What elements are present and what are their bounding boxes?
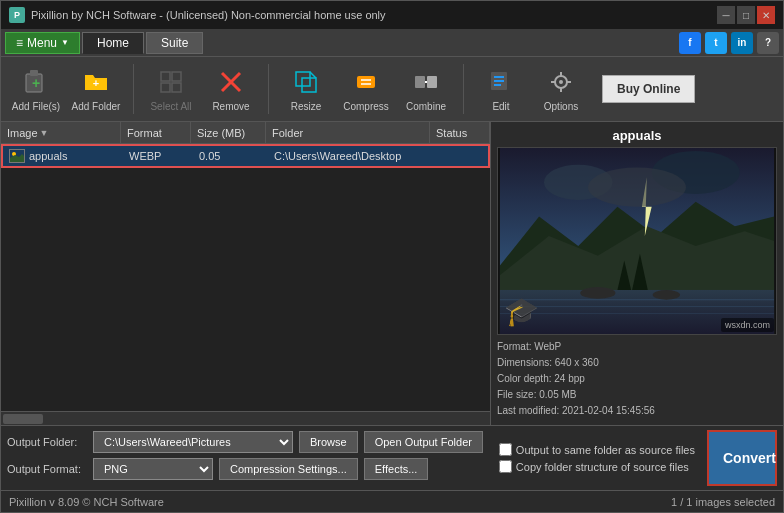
maximize-button[interactable]: □: [737, 6, 755, 24]
titlebar-left: P Pixillion by NCH Software - (Unlicense…: [9, 7, 386, 23]
titlebar: P Pixillion by NCH Software - (Unlicense…: [1, 1, 783, 29]
tab-suite[interactable]: Suite: [146, 32, 203, 54]
watermark: wsxdn.com: [721, 318, 774, 332]
file-cell-size: 0.05: [193, 148, 268, 164]
titlebar-controls: ─ □ ✕: [717, 6, 775, 24]
status-bar: Pixillion v 8.09 © NCH Software 1 / 1 im…: [1, 490, 783, 512]
output-format-select[interactable]: PNG: [93, 458, 213, 480]
facebook-btn[interactable]: f: [679, 32, 701, 54]
app-icon: P: [9, 7, 25, 23]
combine-button[interactable]: Combine: [397, 61, 455, 117]
compress-icon: [350, 66, 382, 98]
svg-rect-6: [161, 83, 170, 92]
output-folder-row: Output Folder: C:\Users\Wareed\Pictures …: [7, 431, 487, 453]
svg-rect-17: [427, 76, 437, 88]
svg-rect-10: [296, 72, 310, 86]
file-cell-status: [428, 154, 488, 158]
edit-button[interactable]: Edit: [472, 61, 530, 117]
svg-text:+: +: [32, 75, 40, 91]
file-cell-format: WEBP: [123, 148, 193, 164]
copy-structure-checkbox[interactable]: [499, 460, 512, 473]
remove-button[interactable]: Remove: [202, 61, 260, 117]
svg-rect-20: [494, 76, 504, 78]
preview-metadata: Format: WebP Dimensions: 640 x 360 Color…: [497, 339, 777, 419]
output-folder-label: Output Folder:: [7, 436, 87, 448]
add-folder-icon: +: [80, 66, 112, 98]
edit-icon: [485, 66, 517, 98]
version-text: Pixillion v 8.09 © NCH Software: [9, 496, 164, 508]
remove-icon: [215, 66, 247, 98]
svg-rect-11: [302, 78, 316, 92]
bottom-left-rows: Output Folder: C:\Users\Wareed\Pictures …: [1, 426, 493, 490]
sep2: [268, 64, 269, 114]
same-folder-checkbox[interactable]: [499, 443, 512, 456]
output-format-label: Output Format:: [7, 463, 87, 475]
toolbar: + Add File(s) + Add Folder: [1, 57, 783, 122]
effects-button[interactable]: Effects...: [364, 458, 429, 480]
combine-icon: [410, 66, 442, 98]
bottom-area: Output Folder: C:\Users\Wareed\Pictures …: [1, 425, 783, 490]
remove-label: Remove: [212, 101, 249, 112]
menu-dropdown[interactable]: ≡ Menu ▼: [5, 32, 80, 54]
compress-button[interactable]: Compress: [337, 61, 395, 117]
same-folder-label: Output to same folder as source files: [516, 444, 695, 456]
twitter-btn[interactable]: t: [705, 32, 727, 54]
buy-online-button[interactable]: Buy Online: [602, 75, 695, 103]
output-folder-select[interactable]: C:\Users\Wareed\Pictures: [93, 431, 293, 453]
col-header-image: Image ▼: [1, 122, 121, 143]
svg-point-45: [588, 168, 686, 207]
resize-button[interactable]: Resize: [277, 61, 335, 117]
titlebar-title: Pixillion by NCH Software - (Unlicensed)…: [31, 9, 386, 21]
options-button[interactable]: Options: [532, 61, 590, 117]
minimize-button[interactable]: ─: [717, 6, 735, 24]
linkedin-btn[interactable]: in: [731, 32, 753, 54]
output-format-row: Output Format: PNG Compression Settings.…: [7, 458, 487, 480]
svg-point-42: [653, 290, 680, 300]
help-btn[interactable]: ?: [757, 32, 779, 54]
toolbar-group-transform: Resize Compress: [277, 61, 455, 117]
convert-button[interactable]: Convert: [707, 430, 777, 486]
main-window: P Pixillion by NCH Software - (Unlicense…: [0, 0, 784, 513]
open-output-button[interactable]: Open Output Folder: [364, 431, 483, 453]
bottom-middle-options: Output to same folder as source files Co…: [493, 426, 701, 490]
same-folder-row: Output to same folder as source files: [499, 443, 695, 456]
svg-rect-16: [415, 76, 425, 88]
svg-text:+: +: [93, 77, 99, 89]
options-icon: [545, 66, 577, 98]
horizontal-scrollbar[interactable]: [1, 411, 490, 425]
sep3: [463, 64, 464, 114]
toolbar-group-tools: Edit Options: [472, 61, 590, 117]
svg-rect-7: [172, 83, 181, 92]
svg-rect-13: [357, 76, 375, 88]
svg-line-12: [310, 72, 316, 78]
copy-structure-label: Copy folder structure of source files: [516, 461, 689, 473]
close-button[interactable]: ✕: [757, 6, 775, 24]
sep1: [133, 64, 134, 114]
preview-last-modified: Last modified: 2021-02-04 15:45:56: [497, 403, 777, 419]
toolbar-group-add: + Add File(s) + Add Folder: [7, 61, 125, 117]
add-files-button[interactable]: + Add File(s): [7, 61, 65, 117]
svg-point-24: [559, 80, 563, 84]
preview-dimensions: Dimensions: 640 x 360: [497, 355, 777, 371]
svg-rect-4: [161, 72, 170, 81]
edit-label: Edit: [492, 101, 509, 112]
col-header-format: Format: [121, 122, 191, 143]
mascot-icon: 🎓: [504, 295, 539, 328]
convert-col: Convert: [701, 426, 783, 490]
add-files-icon: +: [20, 66, 52, 98]
file-panel: Image ▼ Format Size (MB) Folder Status: [1, 122, 491, 425]
file-table-body: appuals WEBP 0.05 C:\Users\Wareed\Deskto…: [1, 144, 490, 411]
select-all-button[interactable]: Select All: [142, 61, 200, 117]
select-all-icon: [155, 66, 187, 98]
browse-button[interactable]: Browse: [299, 431, 358, 453]
tab-home[interactable]: Home: [82, 32, 144, 54]
add-folder-label: Add Folder: [72, 101, 121, 112]
compression-settings-button[interactable]: Compression Settings...: [219, 458, 358, 480]
resize-label: Resize: [291, 101, 322, 112]
table-row[interactable]: appuals WEBP 0.05 C:\Users\Wareed\Deskto…: [1, 144, 490, 168]
menu-right: f t in ?: [679, 32, 779, 54]
add-folder-button[interactable]: + Add Folder: [67, 61, 125, 117]
file-thumbnail: [9, 149, 25, 163]
menu-icon: ≡: [16, 36, 23, 50]
menu-arrow-icon: ▼: [61, 38, 69, 47]
